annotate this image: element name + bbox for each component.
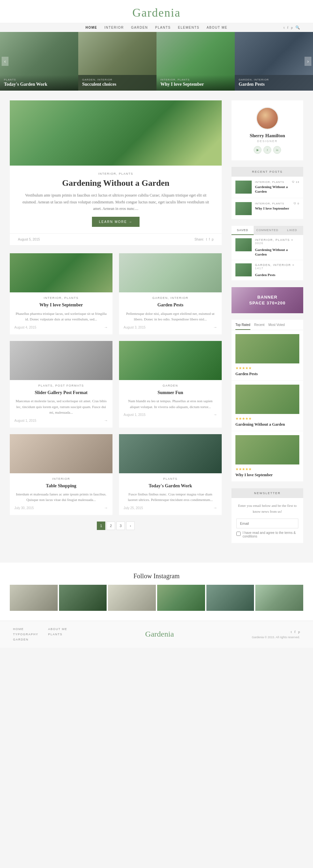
featured-post-title[interactable]: Gardening Without a Garden [18,178,214,188]
featured-post-excerpt: Vestibulum ante ipsum primis in faucibus… [18,192,214,212]
grid-post-1-date: August 4, 2015 [14,326,36,329]
page-1-button[interactable]: 1 [97,522,105,530]
nav-plants[interactable]: PLANTS [155,26,171,29]
author-linkedin-button[interactable]: in [273,146,281,154]
grid-post-1-title[interactable]: Why I love September [14,302,108,308]
grid-post-5-date: July 30, 2015 [14,506,34,510]
newsletter-checkbox[interactable] [237,532,241,536]
banner-ad[interactable]: BANNER SPACE 370×200 [231,287,303,313]
recent-post-2-title[interactable]: Why I love September [255,206,299,211]
footer-pinterest[interactable]: p [298,630,300,633]
page-3-button[interactable]: 3 [116,522,125,530]
grid-post-5-image [10,434,113,473]
grid-post-4-title[interactable]: Summer Fun [124,390,217,396]
tab-liked[interactable]: LIKED [281,226,303,235]
grid-post-2-arrow[interactable]: → [213,325,217,330]
rated-post-1-title[interactable]: Garden Pests [236,372,299,376]
footer-col-2: ABOUT ME PLANTS [48,627,67,641]
rated-post-2-title[interactable]: Gardening Without a Garden [236,422,299,427]
instagram-item-1[interactable] [10,585,58,611]
facebook-icon[interactable]: f [287,25,288,30]
footer-facebook[interactable]: f [294,630,296,633]
newsletter-terms: I have read and agree to the terms & con… [243,531,298,538]
popular-post-2-title[interactable]: Garden Pests [255,273,299,277]
nav-garden[interactable]: GARDEN [131,26,148,29]
tab-recent[interactable]: Recent [254,323,265,330]
instagram-item-6[interactable] [255,585,303,611]
slide-2-title[interactable]: Succulent choices [82,82,153,87]
instagram-item-2[interactable] [59,585,107,611]
grid-post-4-content: GARDEN Summer Fun Nam blandit eu leo ut … [119,380,222,422]
grid-post-2-title[interactable]: Garden Pests [124,302,217,308]
grid-post-3-arrow[interactable]: → [104,418,108,423]
footer-typography[interactable]: TYPOGRAPHY [13,633,38,636]
popular-post-1-title[interactable]: Gardening Without a Garden [255,247,299,257]
footer-right: t f p Gardenia © 2015. All rights reserv… [252,630,300,639]
recent-post-2-thumb [236,202,252,215]
hero-prev-arrow[interactable]: ‹ [2,57,8,66]
grid-post-1-arrow[interactable]: → [104,325,108,330]
footer-social: t f p [252,630,300,633]
newsletter-header: NEWSLETTER [231,488,303,498]
share-pinterest[interactable]: p [212,238,214,241]
footer-copyright: Gardenia © 2015. All rights reserved. [252,636,300,639]
page-2-button[interactable]: 2 [106,522,115,530]
twitter-icon[interactable]: t [284,25,285,30]
tab-top-rated[interactable]: Top Rated [236,323,250,330]
slide-4-title[interactable]: Garden Pests [239,82,309,87]
grid-post-4-arrow[interactable]: → [213,412,217,417]
slide-2: GARDEN, INTERIOR Succulent choices [78,32,156,91]
grid-post-3-footer: August 1, 2015 → [14,418,108,423]
footer-logo: Gardenia [145,630,174,639]
author-facebook-button[interactable]: f [263,146,271,154]
tab-most-voted[interactable]: Most Voted [268,323,285,330]
grid-post-4-footer: August 1, 2015 → [124,412,217,417]
footer-twitter[interactable]: t [291,630,292,633]
site-logo[interactable]: Gardenia [0,6,313,20]
footer-about[interactable]: ABOUT ME [48,627,67,631]
pinterest-icon[interactable]: p [291,25,293,30]
grid-post-5-title[interactable]: Table Shopping [14,483,108,489]
recent-post-1-title[interactable]: Gardening Without a Garden [255,185,299,194]
slide-3-title[interactable]: Why I love September [160,82,231,87]
grid-post-6-title[interactable]: Today's Garden Work [124,483,217,489]
search-icon[interactable]: 🔍 [295,25,300,30]
instagram-item-3[interactable] [108,585,156,611]
newsletter-checkbox-label: I have read and agree to the terms & con… [237,531,298,538]
grid-post-3-title[interactable]: Slider Gallery Post Format [14,390,108,396]
footer-home[interactable]: HOME [13,627,38,631]
grid-post-5-arrow[interactable]: → [104,505,108,510]
share-twitter[interactable]: t [206,238,207,241]
grid-post-5: INTERIOR Table Shopping Interdum et male… [10,434,113,515]
newsletter-description: Enter you email below and be the first t… [237,503,298,514]
author-twitter-button[interactable]: ▶ [254,146,261,154]
nav-elements[interactable]: ELEMENTS [178,26,199,29]
grid-post-6-footer: July 25, 2015 → [124,505,217,510]
hero-next-arrow[interactable]: › [305,57,311,66]
rated-post-1: ★★★★★ Garden Pests [231,330,303,381]
tab-commented[interactable]: COMMENTED [254,226,281,235]
rated-post-3-title[interactable]: Why I love September [236,473,299,477]
page-next-button[interactable]: › [126,522,135,530]
tab-saved[interactable]: SAVED [231,226,254,235]
grid-post-1-excerpt: Phasellus pharetra tristique lacus, sed … [14,311,108,322]
grid-post-2-image [119,253,222,292]
newsletter-email-input[interactable] [237,519,298,528]
share-facebook[interactable]: f [209,238,210,241]
slide-4: GARDEN, INTERIOR Garden Pests [235,32,313,91]
footer-garden[interactable]: GARDEN [13,638,38,641]
banner-line2: SPACE 370×200 [249,301,285,305]
instagram-item-4[interactable] [157,585,205,611]
grid-post-3-content: PLANTS, POST FORMATS Slider Gallery Post… [10,380,113,428]
grid-post-6-arrow[interactable]: → [213,505,217,510]
popular-post-2-thumb [236,264,252,276]
featured-post-content: INTERIOR, PLANTS Gardening Without a Gar… [10,165,222,234]
top-rated-widget: Top Rated Recent Most Voted ★★★★★ Garden… [231,320,303,482]
footer-plants[interactable]: PLANTS [48,633,67,636]
learn-more-button[interactable]: LEARN MORE → [92,217,140,227]
nav-interior[interactable]: INTERIOR [104,26,124,29]
slide-1-title[interactable]: Today's Garden Work [4,82,74,87]
instagram-item-5[interactable] [207,585,254,611]
nav-home[interactable]: HOME [86,26,97,29]
nav-about[interactable]: ABOUT ME [207,26,227,29]
